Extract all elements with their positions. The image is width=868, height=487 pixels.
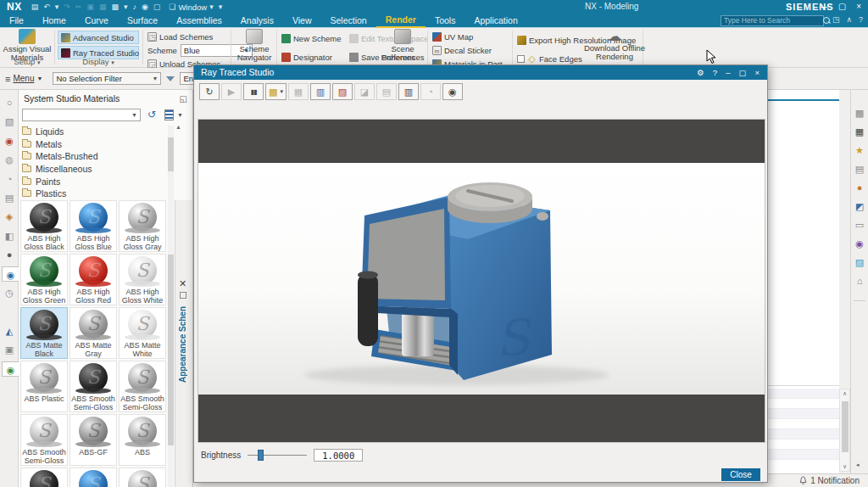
- render-viewport[interactable]: S: [198, 119, 765, 443]
- scheme-navigator-button[interactable]: Scheme Navigator: [234, 29, 275, 62]
- window-menu[interactable]: ❏ Window ▾ ▾: [166, 0, 225, 14]
- multiple-windows-icon[interactable]: ▢: [151, 0, 164, 14]
- scroll-up-icon[interactable]: ▲: [175, 124, 181, 130]
- dialog-minimize-button[interactable]: –: [721, 65, 734, 80]
- restore-button[interactable]: ▢: [833, 0, 851, 14]
- menu-tab-view[interactable]: View: [283, 14, 321, 27]
- material-swatch[interactable]: S: [20, 467, 68, 487]
- constraint-navigator-icon[interactable]: ◍: [2, 152, 17, 167]
- menu-tab-home[interactable]: Home: [33, 14, 75, 27]
- load-schemes-button[interactable]: ◳ Load Schemes: [147, 31, 213, 42]
- assembly-navigator-icon[interactable]: ◉: [2, 133, 17, 148]
- material-search-combobox[interactable]: ▼: [22, 109, 141, 121]
- material-folder-paints[interactable]: Paints: [20, 175, 166, 188]
- download-offline-rendering-button[interactable]: ☁ Download Offline Rendering: [581, 29, 648, 61]
- dialog-title-bar[interactable]: Ray Traced Studio ⚙?–▢×: [194, 65, 767, 80]
- render-canvas[interactable]: S: [198, 163, 765, 395]
- chevron-down-icon[interactable]: ▾: [121, 0, 131, 14]
- chevron-down-icon[interactable]: ▾: [53, 0, 62, 14]
- notifications-icon[interactable]: ◔: [2, 171, 17, 187]
- studio-home-icon[interactable]: ⌂: [853, 274, 866, 288]
- menu-tab-render[interactable]: Render: [376, 13, 426, 28]
- display-options-button[interactable]: ▥: [310, 83, 331, 100]
- touch-mode-icon[interactable]: ◉: [139, 0, 151, 14]
- menu-tab-assemblies[interactable]: Assemblies: [167, 14, 231, 27]
- fullscreen-icon[interactable]: ◳: [829, 14, 843, 26]
- refresh-icon[interactable]: ↺: [147, 109, 156, 120]
- web-browser-icon[interactable]: ◧: [2, 228, 17, 244]
- material-swatch[interactable]: SABS High Gloss Red: [70, 254, 117, 305]
- face-edges-toggle[interactable]: ◇ Face Edges: [517, 53, 582, 64]
- material-swatch[interactable]: SABS High Gloss White: [119, 254, 166, 305]
- voice-command-icon[interactable]: ♪: [130, 0, 139, 14]
- material-swatch[interactable]: SABS Plastic: [20, 361, 68, 412]
- scroll-up-icon[interactable]: ∧: [840, 390, 849, 397]
- menu-tab-tools[interactable]: Tools: [426, 14, 465, 27]
- close-icon[interactable]: ✕: [179, 278, 186, 289]
- material-swatch[interactable]: SABS Smooth Semi-Gloss: [20, 414, 68, 466]
- material-swatch[interactable]: S: [70, 467, 117, 487]
- undock-panel-icon[interactable]: ◱: [180, 94, 187, 104]
- brightness-slider[interactable]: [248, 450, 307, 461]
- selection-filter-combobox[interactable]: No Selection Filter ▼: [53, 72, 161, 85]
- dialog-help-button[interactable]: ?: [709, 65, 721, 80]
- menu-tab-file[interactable]: File: [0, 14, 33, 27]
- sketch-tools-icon[interactable]: ▨: [853, 255, 866, 269]
- material-swatch[interactable]: SABS High Gloss Black: [20, 200, 68, 252]
- material-swatch[interactable]: SABS Matte Black: [20, 307, 68, 359]
- favorites-icon[interactable]: ★: [853, 143, 866, 157]
- list-view-icon[interactable]: [164, 109, 174, 120]
- menu-tab-selection[interactable]: Selection: [321, 14, 376, 27]
- slider-thumb[interactable]: [258, 450, 264, 461]
- parts-in-session-icon[interactable]: ▤: [2, 190, 17, 205]
- designator-button[interactable]: Designator: [281, 51, 332, 63]
- material-swatch[interactable]: SABS High Gloss Green: [20, 254, 68, 305]
- uv-map-button[interactable]: UV Map: [432, 31, 473, 42]
- material-swatch[interactable]: SABS Matte Gray: [70, 307, 117, 359]
- system-materials-icon[interactable]: ◉: [2, 266, 19, 282]
- material-swatch[interactable]: SABS: [119, 414, 166, 466]
- toolbar-overflow-icon[interactable]: ▾: [216, 0, 225, 14]
- menu-tab-curve[interactable]: Curve: [75, 14, 118, 27]
- save-scheme-icon[interactable]: ▤: [853, 162, 866, 176]
- face-edges-checkbox[interactable]: [517, 55, 525, 63]
- designator-icon[interactable]: ◩: [853, 199, 866, 213]
- open-scheme-icon[interactable]: ▭: [853, 218, 866, 232]
- process-history-icon[interactable]: ◷: [2, 285, 17, 300]
- help-icon[interactable]: ?: [855, 14, 866, 26]
- history-icon[interactable]: ●: [2, 247, 17, 262]
- decal-sticker-button[interactable]: m Decal Sticker: [432, 44, 492, 56]
- material-swatch[interactable]: SABS Smooth Semi-Gloss: [119, 361, 166, 412]
- part-navigator-icon[interactable]: ▧: [2, 114, 17, 129]
- menu-tab-surface[interactable]: Surface: [118, 14, 167, 27]
- scene-preferences-button[interactable]: Scene Preferences: [380, 29, 426, 62]
- display-group-label[interactable]: Display ▾: [56, 57, 141, 66]
- save-image-as-button[interactable]: ▥: [398, 83, 419, 100]
- color-manager-icon[interactable]: [2, 304, 17, 319]
- restart-render-button[interactable]: ↻: [199, 83, 220, 100]
- chevron-down-icon[interactable]: ▼: [177, 112, 183, 118]
- material-folder-metals-brushed[interactable]: Metals-Brushed: [20, 150, 166, 163]
- dialog-close-button[interactable]: ×: [750, 65, 764, 80]
- role-navigator-icon[interactable]: ○: [2, 95, 17, 110]
- material-swatch[interactable]: SABS Matte White: [119, 307, 166, 359]
- menu-tab-application[interactable]: Application: [465, 14, 526, 27]
- pause-render-button[interactable]: ▮▮: [243, 83, 264, 100]
- advanced-studio-button[interactable]: Advanced Studio: [58, 31, 139, 44]
- minimize-panel-icon[interactable]: [180, 292, 186, 299]
- search-input[interactable]: [721, 16, 821, 25]
- command-search[interactable]: [721, 15, 824, 26]
- color-schemes-icon[interactable]: ◉: [853, 237, 866, 250]
- scene-preferences-icon[interactable]: ▩: [853, 106, 866, 120]
- material-folder-miscellaneous[interactable]: Miscellaneous: [20, 163, 166, 176]
- visual-materials-icon[interactable]: ◉: [2, 361, 19, 377]
- menu-tab-analysis[interactable]: Analysis: [231, 14, 283, 27]
- image-passes-button[interactable]: ▨: [332, 83, 353, 100]
- selection-priority-icon[interactable]: ◭: [2, 323, 17, 339]
- true-shading-icon[interactable]: ▦: [853, 125, 866, 138]
- folder-scrollbar[interactable]: [168, 126, 174, 200]
- material-swatch[interactable]: SABS-GF: [70, 414, 117, 466]
- minimize-ribbon-icon[interactable]: ∧: [843, 14, 856, 26]
- material-folder-metals[interactable]: Metals: [20, 138, 166, 151]
- material-preview-icon[interactable]: ●: [853, 181, 866, 194]
